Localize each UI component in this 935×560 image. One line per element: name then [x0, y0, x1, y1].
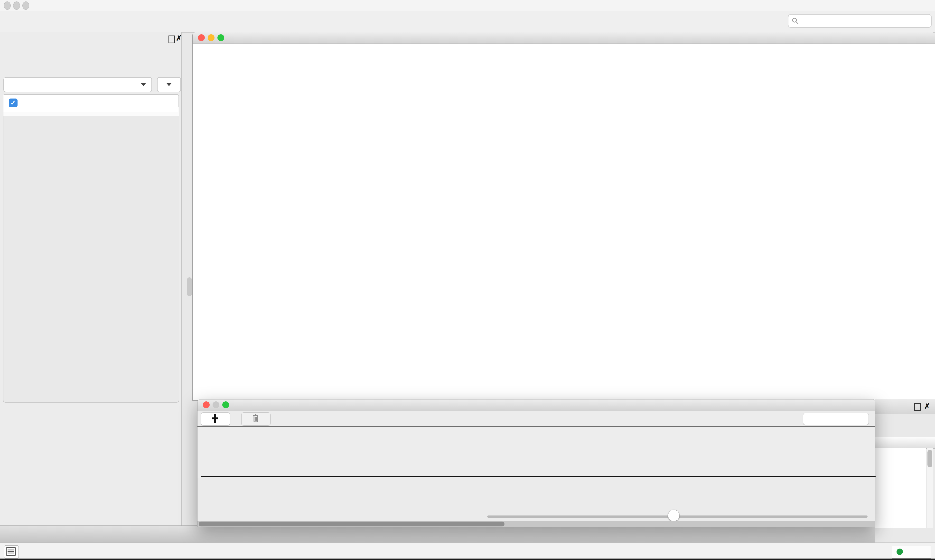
chevron-down-icon: [141, 83, 146, 86]
close-panel-icon[interactable]: ✗: [176, 35, 182, 42]
main-toolbar: [0, 11, 935, 32]
window-minimize-icon[interactable]: [13, 2, 20, 10]
table-browser-panel: ✗: [875, 399, 935, 543]
cyanimator-window: [197, 399, 875, 527]
chevron-down-icon: [166, 83, 172, 86]
add-frame-button[interactable]: [201, 412, 230, 426]
list-icon: [5, 546, 17, 557]
network-view-window: [192, 32, 935, 401]
network-window-titlebar[interactable]: [193, 32, 935, 44]
table-panel-strip: [0, 525, 935, 543]
close-icon[interactable]: [198, 34, 205, 41]
trash-icon: [242, 412, 269, 424]
playback-controls: [197, 505, 875, 521]
network-canvas[interactable]: [193, 44, 935, 400]
zoom-icon[interactable]: [218, 34, 224, 41]
window-close-icon[interactable]: [4, 2, 11, 10]
properties-panel: ✓: [3, 94, 179, 403]
table-scrollbar-thumb[interactable]: [927, 450, 932, 467]
search-icon: [792, 17, 799, 24]
minimize-icon: [213, 402, 219, 408]
cyanimator-hscrollbar[interactable]: [197, 521, 875, 527]
screen-edge: [0, 558, 935, 560]
memory-status-icon: [896, 549, 903, 555]
hscrollbar-thumb[interactable]: [199, 522, 505, 526]
frames-timeline: [197, 427, 875, 478]
memory-button[interactable]: [892, 545, 931, 558]
plus-icon: [201, 412, 229, 424]
lock-checkbox[interactable]: ✓: [9, 98, 17, 107]
table-scrollbar[interactable]: [927, 448, 933, 528]
clear-all-frames-button[interactable]: [803, 413, 869, 425]
style-selector[interactable]: [3, 77, 152, 92]
checkbox-check-icon: ✓: [10, 99, 16, 106]
control-panel-tabs: [0, 54, 181, 68]
status-bar: [0, 543, 935, 559]
search-box[interactable]: [788, 14, 932, 28]
zoom-icon[interactable]: [222, 402, 229, 408]
slider-handle[interactable]: [668, 510, 680, 521]
table-panel-topbar: ✗: [875, 399, 935, 414]
search-input[interactable]: [801, 15, 926, 26]
close-icon[interactable]: [203, 402, 210, 408]
timeline-axis: [201, 476, 876, 477]
lock-row: ✓: [3, 95, 178, 112]
minimize-icon[interactable]: [208, 34, 214, 41]
table-body: [875, 448, 926, 528]
delete-frame-button[interactable]: [241, 412, 270, 426]
float-panel-icon[interactable]: [168, 35, 175, 43]
close-panel-icon[interactable]: ✗: [924, 403, 930, 410]
style-options-button[interactable]: [157, 77, 181, 92]
float-panel-icon[interactable]: [914, 403, 921, 411]
control-panel-scrollbar[interactable]: [187, 277, 192, 296]
cyanimator-titlebar[interactable]: [197, 400, 875, 411]
table-header-row[interactable]: [875, 437, 935, 449]
window-zoom-icon[interactable]: [22, 2, 29, 10]
cyanimator-toolbar: [197, 411, 875, 427]
mac-menubar: [0, 0, 935, 11]
control-panel: ✗ ✓: [0, 32, 182, 525]
automation-panel-button[interactable]: [4, 545, 19, 558]
